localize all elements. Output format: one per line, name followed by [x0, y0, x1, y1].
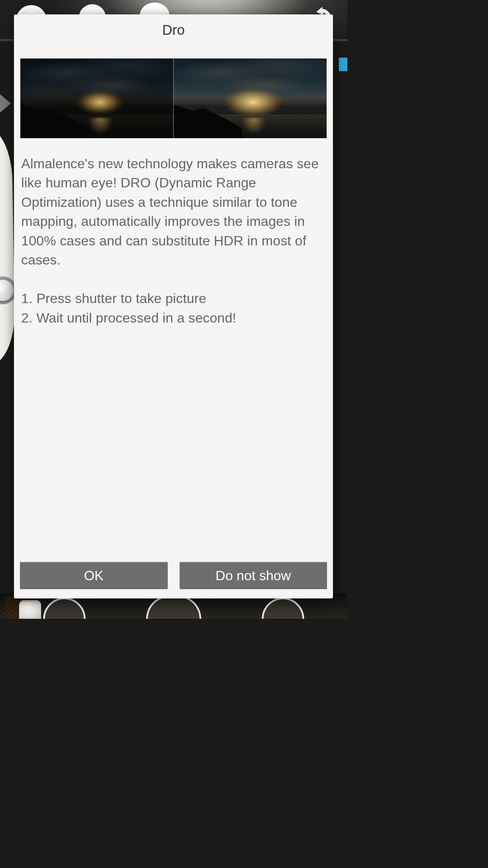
dialog-actions: OK Do not show [14, 555, 333, 598]
before-image [20, 58, 174, 138]
dialog-description: Almalence's new technology makes cameras… [20, 138, 327, 328]
bg-shutter-ring [146, 595, 201, 619]
dro-info-dialog: Dro Almalence's new technology makes cam… [14, 14, 333, 598]
ok-button[interactable]: OK [20, 562, 168, 589]
dialog-title: Dro [14, 14, 333, 45]
bg-accent-tab [339, 58, 347, 71]
dialog-body: Almalence's new technology makes cameras… [14, 45, 333, 555]
bg-settings-ring [262, 598, 304, 619]
after-image [174, 58, 327, 138]
comparison-image [20, 58, 327, 138]
bg-viewfinder-object [0, 127, 16, 365]
bg-scene-jar [19, 600, 41, 619]
bg-mode-ring [43, 598, 86, 619]
do-not-show-button[interactable]: Do not show [180, 562, 327, 589]
expand-arrow-icon [0, 90, 11, 117]
